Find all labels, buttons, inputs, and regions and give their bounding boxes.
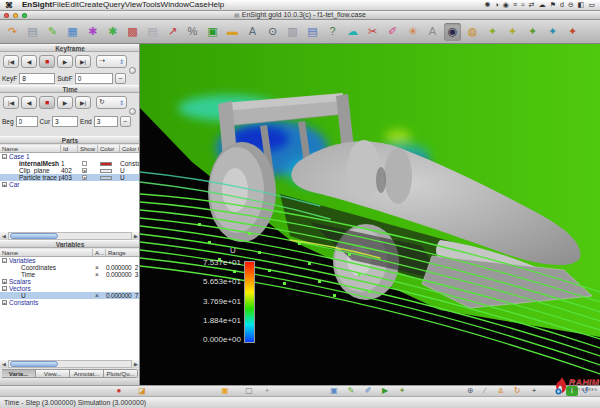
variables-row[interactable]: − Variables xyxy=(0,257,140,264)
time-play-button[interactable]: ▶ xyxy=(57,96,73,109)
green-display-icon[interactable]: ▣ xyxy=(204,23,221,41)
axis-triad-icon[interactable]: + xyxy=(261,386,273,396)
annotation-icon[interactable]: A xyxy=(244,23,261,41)
scroll-left-icon[interactable]: ◀ xyxy=(0,360,9,368)
probe-tool-icon[interactable]: ✎ xyxy=(345,386,357,396)
color-swatch[interactable] xyxy=(100,176,112,180)
flag-menu-icon[interactable]: ⚑ xyxy=(550,0,556,10)
dictionary-menu-icon[interactable]: d xyxy=(560,0,564,10)
active-flag[interactable]: × xyxy=(93,271,106,278)
keyframe-mode-dropdown[interactable]: ⇢⇕ xyxy=(96,55,127,68)
menu-case[interactable]: Case xyxy=(189,0,208,9)
time-minus-button[interactable]: − xyxy=(120,116,131,127)
variables-row[interactable]: U × 0.000000 7 xyxy=(0,292,140,299)
pencil-pink-icon[interactable]: ✐ xyxy=(384,23,401,41)
kf-play-button[interactable]: ▶ xyxy=(57,55,73,68)
cloud-menu-icon[interactable]: ☁ xyxy=(539,0,546,10)
show-checkbox[interactable]: × xyxy=(82,175,87,180)
menu-window[interactable]: Window xyxy=(161,0,189,9)
time-machine-menu-icon[interactable]: ◉ xyxy=(503,0,509,10)
kf-step-begin-button[interactable]: |◀ xyxy=(3,55,19,68)
battery-menu-icon[interactable]: ▭ xyxy=(588,0,595,10)
scroll-thumb[interactable] xyxy=(10,361,58,367)
variables-row[interactable]: Coordinates × 0.000000 2 xyxy=(0,264,140,271)
move-tool-icon[interactable]: + xyxy=(528,386,540,396)
cur-field[interactable] xyxy=(52,116,78,127)
apple-menu-icon[interactable]: ⌘ xyxy=(5,1,13,10)
flower-green-icon[interactable]: ✱ xyxy=(104,23,121,41)
select-tool-icon[interactable]: ▣ xyxy=(328,386,340,396)
tree-expander-icon[interactable]: + xyxy=(2,300,7,305)
figure-jump-icon[interactable]: ✦ xyxy=(524,23,541,41)
columns-icon[interactable]: ▥ xyxy=(284,23,301,41)
kf-play-back-button[interactable]: ◀ xyxy=(21,55,37,68)
copy-icon[interactable]: ▤ xyxy=(24,23,41,41)
flower-purple-icon[interactable]: ✱ xyxy=(84,23,101,41)
play-tool-icon[interactable]: ▶ xyxy=(379,386,391,396)
keyframe-minus-button[interactable]: − xyxy=(115,73,126,84)
beg-field[interactable] xyxy=(16,116,38,127)
scroll-right-icon[interactable]: ▶ xyxy=(131,360,140,368)
tree-expander-icon[interactable]: − xyxy=(2,258,7,263)
parts-row[interactable]: + Car xyxy=(0,181,140,188)
active-flag[interactable]: × xyxy=(93,292,106,299)
color-swatch[interactable] xyxy=(100,162,112,166)
tree-expander-icon[interactable]: + xyxy=(2,182,7,187)
menu-edit[interactable]: Edit xyxy=(65,0,79,9)
menu-create[interactable]: Create xyxy=(79,0,103,9)
parts-row[interactable]: Particle trace p... 403 × U xyxy=(0,174,140,181)
tab-variables[interactable]: Varia... xyxy=(2,369,36,378)
time-play-back-button[interactable]: ◀ xyxy=(21,96,37,109)
active-flag[interactable]: × xyxy=(93,264,106,271)
show-checkbox[interactable]: × xyxy=(82,168,87,173)
annot-small-icon[interactable]: A xyxy=(424,23,441,41)
highlight-mode-icon[interactable]: ▣ xyxy=(219,386,231,396)
view-cube-icon[interactable]: ▢ xyxy=(243,386,255,396)
scroll-thumb[interactable] xyxy=(10,233,58,239)
menu-file[interactable]: File xyxy=(52,0,65,9)
line-tool-icon[interactable]: ∕ xyxy=(479,386,491,396)
water-drops-icon[interactable]: ☁ xyxy=(344,23,361,41)
chart-percent-icon[interactable]: % xyxy=(184,23,201,41)
tree-expander-icon[interactable]: + xyxy=(2,279,7,284)
parts-row[interactable]: − Case 1 xyxy=(0,153,140,160)
tree-expander-icon[interactable]: − xyxy=(2,154,7,159)
tab-annotation[interactable]: Annotat... xyxy=(70,369,104,378)
keyf-field[interactable] xyxy=(19,73,55,84)
parts-row[interactable]: internalMesh 1 Constant xyxy=(0,160,140,167)
time-step-begin-button[interactable]: |◀ xyxy=(3,96,19,109)
parts-hscrollbar[interactable]: ◀ ▶ xyxy=(0,232,140,240)
airport-menu-icon[interactable]: ≈ xyxy=(521,0,525,10)
chart-line-icon[interactable]: ↗ xyxy=(164,23,181,41)
walk-tool-icon[interactable]: ✦ xyxy=(396,386,408,396)
variables-row[interactable]: − Vectors xyxy=(0,285,140,292)
titlebar[interactable]: ▤EnSight gold 10.0.3(c) - f1-tet_flow.ca… xyxy=(0,11,600,20)
end-field[interactable] xyxy=(94,116,118,127)
color-legend[interactable]: U 7.537e+015.653e+013.769e+011.884e+010.… xyxy=(195,246,257,344)
spreadsheet-icon[interactable]: ▤ xyxy=(144,23,161,41)
eye-icon[interactable]: ◉ xyxy=(444,23,461,41)
menu-query[interactable]: Query xyxy=(103,0,125,9)
contrast-menu-icon[interactable]: ◧ xyxy=(578,0,585,10)
clock-icon[interactable]: ⊙ xyxy=(264,23,281,41)
link-tool-icon[interactable]: & xyxy=(495,386,507,396)
graphics-viewport[interactable]: U 7.537e+015.653e+013.769e+011.884e+010.… xyxy=(140,44,600,385)
film-icon[interactable]: ▤ xyxy=(304,23,321,41)
parts-row[interactable]: Clip_plane 402 × U xyxy=(0,167,140,174)
open-icon[interactable]: ↷ xyxy=(4,23,21,41)
color-swatch[interactable] xyxy=(100,169,112,173)
loop-tool-icon[interactable]: ↻ xyxy=(511,386,523,396)
tab-plots-queries[interactable]: Plots/Qu... xyxy=(104,369,138,378)
zoom-tool-icon[interactable]: ⊕ xyxy=(464,386,476,396)
record-dot-icon[interactable]: ● xyxy=(113,386,125,396)
spotlight-menu-icon[interactable]: ✺ xyxy=(485,0,491,10)
figure-red-icon[interactable]: ✦ xyxy=(564,23,581,41)
time-mode-dropdown[interactable]: ↻⇕ xyxy=(96,96,127,109)
show-checkbox[interactable] xyxy=(82,161,87,166)
scroll-left-icon[interactable]: ◀ xyxy=(0,232,9,240)
variables-row[interactable]: + Scalars xyxy=(0,278,140,285)
display-menu-icon[interactable]: ◑ xyxy=(495,0,499,10)
variables-row[interactable]: Time × 0.000000 3 xyxy=(0,271,140,278)
edit-case-icon[interactable]: ✎ xyxy=(44,23,61,41)
menu-tools[interactable]: Tools xyxy=(142,0,161,9)
